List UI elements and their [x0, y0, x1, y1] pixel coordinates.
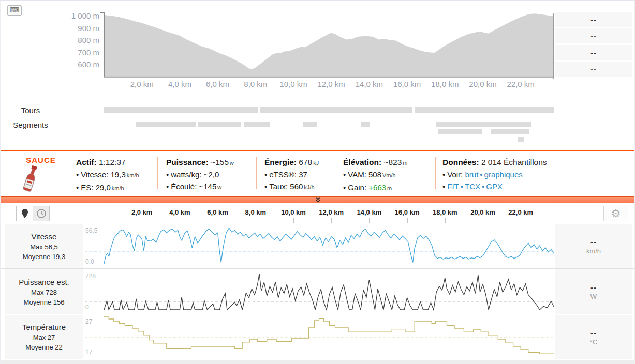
sauce-activity-analysis-page: ⌨ 1 000 m900 m800 m700 m600 m 2,0 km4,0 …	[0, 0, 635, 364]
clock-icon	[36, 208, 47, 219]
chart-unit-label: W	[590, 293, 597, 300]
stat-row-label: Voir:	[447, 170, 465, 179]
gear-icon: ⚙	[611, 207, 621, 220]
lap-summary-row[interactable]: --	[555, 62, 632, 77]
puissance-chart[interactable]	[83, 269, 554, 315]
stat-row-label: Gain:	[348, 183, 368, 192]
link-separator: •	[482, 182, 484, 191]
chart-right-panel-vitesse: --km/h	[555, 224, 632, 268]
bullet-icon: •	[166, 182, 169, 191]
stat-link-graphiques[interactable]: graphiques	[484, 170, 523, 179]
lap-bar[interactable]	[260, 107, 412, 113]
collapse-stats-bar[interactable]	[1, 196, 635, 203]
stat-title-value: ~155	[209, 158, 229, 166]
toolbar-x-tick-label: 12,0 km	[319, 208, 344, 216]
chart-mean-label: Moyenne 22	[25, 343, 63, 351]
stat-detail-row: •Gain: +663m	[343, 181, 407, 194]
stat-detail-row: •Écoulé: ~145w	[166, 180, 234, 193]
stat-title-value: ~823	[381, 158, 402, 166]
bullet-icon: •	[264, 182, 267, 191]
toolbar-x-tick-mark	[256, 218, 256, 223]
segment-bar[interactable]	[244, 122, 270, 127]
chart-title: Vitesse	[32, 232, 57, 241]
chart-max-label: Max 728	[31, 289, 57, 296]
stat-title-value: 678	[297, 158, 312, 166]
stat-row-value: 37	[299, 170, 307, 179]
stat-title-label: Données:	[442, 158, 479, 166]
stat-row-label: watts/kg:	[171, 170, 203, 179]
segment-bar[interactable]	[136, 122, 196, 127]
stat-row-value: 29,0	[96, 183, 111, 192]
lap-summary-row[interactable]: --	[555, 28, 632, 43]
segment-bar[interactable]	[436, 122, 531, 127]
lap-bar[interactable]	[415, 107, 554, 113]
stats-column: Puissance: ~155w•watts/kg: ~2,0•Écoulé: …	[166, 158, 234, 193]
stat-row-value: 508	[368, 170, 381, 179]
stat-link-tcx[interactable]: TCX	[465, 182, 480, 191]
stats-column: Énergie: 678kJ•eTSS®: 37•Taux: 560kJ/h	[264, 158, 319, 193]
x-axis-distance-button[interactable]	[16, 206, 33, 221]
lap-bar[interactable]	[104, 107, 258, 113]
stat-title-unit: m	[403, 160, 407, 166]
stat-title-label: Puissance:	[166, 158, 209, 166]
segment-bar[interactable]	[198, 122, 241, 127]
bullet-icon: •	[166, 170, 169, 179]
stat-row-label: Taux:	[269, 182, 290, 191]
x-axis-time-button[interactable]	[33, 206, 50, 221]
stat-row-value: ~2,0	[204, 170, 219, 179]
stat-row-label: eTSS®:	[269, 170, 299, 179]
chart-current-value: --	[590, 237, 597, 246]
stat-link-gpx[interactable]: GPX	[486, 182, 503, 191]
lap-summary-row[interactable]: --	[555, 12, 632, 27]
toolbar-x-tick-mark	[483, 218, 483, 223]
toolbar-x-tick-label: 8,0 km	[245, 208, 266, 216]
segment-bar[interactable]	[491, 129, 529, 134]
stat-title-value: 1:12:37	[97, 158, 126, 166]
segment-bar[interactable]	[518, 136, 524, 142]
bullet-icon: •	[442, 182, 445, 191]
stat-row-label: ES:	[81, 183, 95, 192]
stats-divider	[157, 157, 158, 189]
segment-bar[interactable]	[361, 122, 370, 127]
chart-settings-button[interactable]: ⚙	[603, 206, 628, 221]
toolbar-x-tick-label: 4,0 km	[169, 208, 190, 216]
sauce-logo: SAUCE	[21, 156, 61, 193]
stats-divider	[336, 157, 336, 189]
link-separator: •	[461, 182, 463, 191]
elevation-x-tick: 8,0 km	[244, 80, 267, 88]
stat-link-brut[interactable]: brut	[465, 170, 478, 179]
stat-row-unit: Vm/h	[382, 172, 396, 178]
chart-unit-label: °C	[590, 338, 598, 346]
stat-row-value: 19,3	[111, 170, 126, 179]
chart-title: Puissance est.	[19, 278, 69, 286]
stat-link-fit[interactable]: FIT	[447, 182, 459, 191]
elevation-x-tick: 2,0 km	[130, 80, 154, 88]
stat-title: Énergie: 678kJ	[264, 158, 319, 167]
lap-summary-row[interactable]: --	[555, 45, 632, 60]
segment-bar[interactable]	[303, 122, 317, 127]
stat-detail-row: •Vitesse: 19,3km/h	[76, 169, 139, 181]
stat-row-value: 560	[290, 182, 303, 191]
bullet-icon: •	[264, 170, 267, 179]
elevation-x-tick: 20,0 km	[469, 80, 496, 88]
stat-row-unit: m	[387, 185, 392, 191]
chart-right-panel-temperature: --°C	[555, 315, 632, 359]
toolbar-x-tick-label: 16,0 km	[395, 208, 420, 216]
stat-detail-row: •ES: 29,0km/h	[76, 181, 139, 194]
bullet-icon: •	[76, 183, 79, 192]
stat-title-label: Élévation:	[343, 158, 381, 166]
toolbar-x-tick-label: 14,0 km	[357, 208, 382, 216]
chart-mean-label: Moyenne 156	[24, 298, 65, 306]
segments-row-label: Segments	[1, 120, 61, 129]
chart-mean-label: Moyenne 19,3	[23, 253, 65, 261]
vitesse-chart[interactable]	[83, 224, 554, 269]
chart-title: Température	[22, 323, 66, 331]
stat-detail-row: •VAM: 508Vm/h	[343, 169, 407, 181]
chart-current-value: --	[590, 328, 597, 337]
bottom-scroll-strip[interactable]	[1, 360, 635, 364]
elevation-x-tick: 14,0 km	[356, 80, 383, 88]
segment-bar[interactable]	[438, 129, 482, 134]
toolbar-x-tick-label: 18,0 km	[433, 208, 457, 216]
temperature-line	[104, 317, 554, 354]
temperature-chart[interactable]	[83, 315, 554, 360]
